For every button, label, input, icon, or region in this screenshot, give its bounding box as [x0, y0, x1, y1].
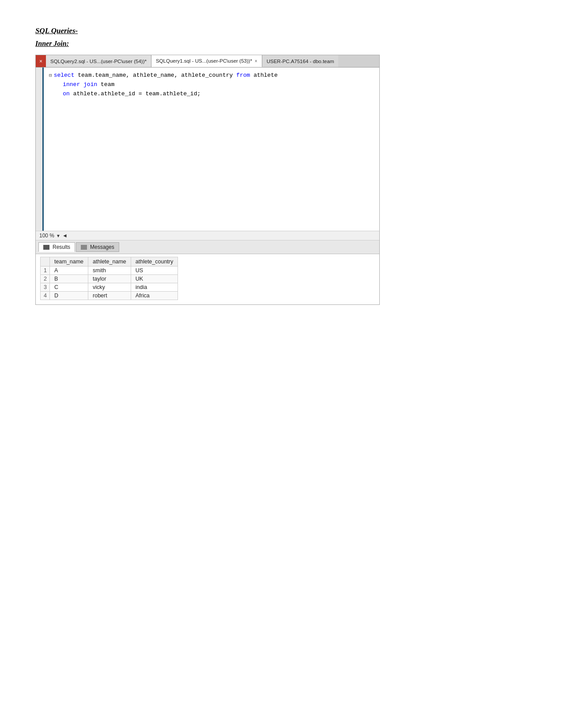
collapse-icon[interactable]: ⊟	[49, 72, 52, 80]
row-number: 2	[41, 275, 50, 283]
tab-sqlquery2-label: SQLQuery2.sql - US...(user-PC\user (54))…	[50, 59, 147, 64]
ssms-window: × SQLQuery2.sql - US...(user-PC\user (54…	[35, 55, 380, 305]
results-tab-messages[interactable]: Messages	[76, 242, 119, 252]
tab-dbo-team-label: USER-PC.A75164 - dbo.team	[267, 59, 334, 64]
window-close-button[interactable]: ×	[36, 55, 46, 67]
code-line-3: on athlete.athlete_id = team.athlete_id;	[49, 90, 374, 99]
cell-athlete-country: UK	[131, 275, 178, 283]
zoom-level: 100 %	[39, 233, 54, 239]
cell-athlete-country: Africa	[131, 292, 178, 300]
cell-athlete-country: india	[131, 283, 178, 292]
table-row: 4 D robert Africa	[41, 292, 178, 300]
results-tab-results[interactable]: Results	[38, 242, 75, 252]
table-row: 1 A smith US	[41, 266, 178, 275]
cell-athlete-country: US	[131, 266, 178, 275]
results-tab-results-label: Results	[53, 244, 70, 250]
page-heading: SQL Queries-	[35, 26, 528, 35]
cell-athlete-name: smith	[88, 266, 131, 275]
editor-area: ⊟select team.team_name, athlete_name, at…	[36, 68, 379, 231]
tab-dbo-team[interactable]: USER-PC.A75164 - dbo.team	[262, 55, 339, 67]
status-extra: ◄	[62, 233, 68, 239]
results-table-icon	[43, 245, 49, 250]
table-row: 3 C vicky india	[41, 283, 178, 292]
col-header-team-name: team_name	[50, 257, 88, 266]
code-line-2: inner join team	[49, 80, 374, 90]
tab-sqlquery1-label: SQLQuery1.sql - US...(user-PC\user (53))…	[156, 58, 252, 64]
cell-team-name: B	[50, 275, 88, 283]
cell-team-name: C	[50, 283, 88, 292]
tab-sqlquery1-close[interactable]: ×	[255, 59, 257, 64]
row-number: 4	[41, 292, 50, 300]
row-number: 3	[41, 283, 50, 292]
results-tab-messages-label: Messages	[90, 244, 114, 250]
tab-bar: × SQLQuery2.sql - US...(user-PC\user (54…	[36, 55, 379, 68]
tab-sqlquery2[interactable]: SQLQuery2.sql - US...(user-PC\user (54))…	[46, 55, 151, 67]
cell-athlete-name: taylor	[88, 275, 131, 283]
status-bar: 100 % ▼ ◄	[36, 231, 379, 240]
row-number: 1	[41, 266, 50, 275]
results-table: team_name athlete_name athlete_country 1…	[40, 257, 178, 300]
line-gutter	[36, 68, 44, 231]
code-line-1: ⊟select team.team_name, athlete_name, at…	[49, 71, 374, 80]
tab-sqlquery1[interactable]: SQLQuery1.sql - US...(user-PC\user (53))…	[151, 55, 262, 67]
col-header-athlete-country: athlete_country	[131, 257, 178, 266]
col-header-athlete-name: athlete_name	[88, 257, 131, 266]
col-header-rownum	[41, 257, 50, 266]
results-table-container: team_name athlete_name athlete_country 1…	[36, 254, 379, 304]
section-heading: Inner Join:	[35, 40, 528, 48]
results-tab-bar: Results Messages	[36, 240, 379, 254]
cell-athlete-name: vicky	[88, 283, 131, 292]
cell-athlete-name: robert	[88, 292, 131, 300]
messages-icon	[81, 245, 87, 250]
table-row: 2 B taylor UK	[41, 275, 178, 283]
cell-team-name: A	[50, 266, 88, 275]
cell-team-name: D	[50, 292, 88, 300]
results-panel: Results Messages team_name athlete_name …	[36, 240, 379, 304]
close-icon: ×	[39, 58, 42, 64]
code-area[interactable]: ⊟select team.team_name, athlete_name, at…	[44, 68, 379, 231]
zoom-dropdown-icon[interactable]: ▼	[56, 233, 60, 238]
